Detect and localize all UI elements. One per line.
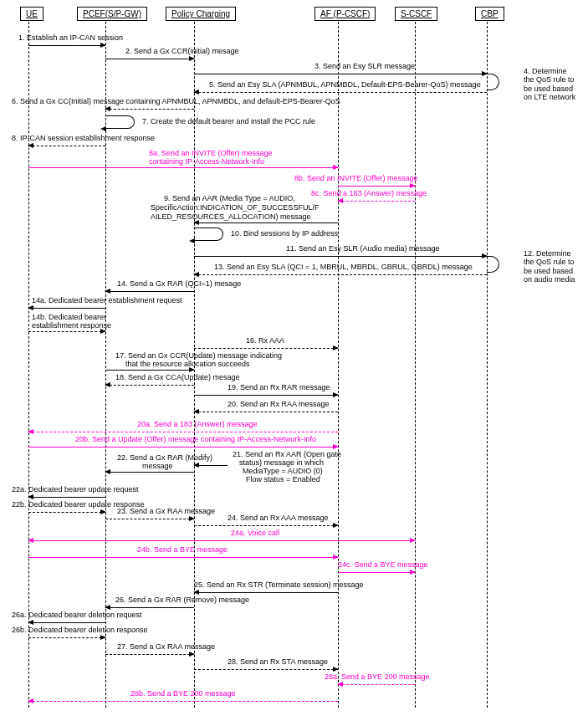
arrow-13 (194, 274, 487, 275)
msg-20a: 20a. Send a 183 (Answer) message (137, 420, 258, 428)
arrow-22b (28, 512, 105, 513)
msg-22-l1: 22. Send a Gx RAR (Modify) (117, 453, 212, 462)
msg-3: 3. Send an Esy SLR message (314, 62, 415, 70)
lifeline-scscf (415, 22, 416, 708)
msg-8b: 8b. Send an INVITE (Offer) message (294, 174, 417, 182)
msg-10: 10. Bind sessions by IP address (231, 229, 338, 238)
actor-cbp: CBP (475, 7, 504, 21)
msg-21-l1: 21. Send an Rx AAR (Open gate (233, 450, 341, 458)
msg-11: 11. Send an Esy SLR (Audio media) messag… (286, 244, 440, 253)
arrow-8 (28, 146, 105, 146)
lifeline-af (338, 22, 339, 708)
msg-4: 4. Determine the QoS rule to be used bas… (524, 67, 577, 101)
msg-28: 28. Send an Rx STA message (228, 657, 328, 666)
msg-21-l3: MediaType = AUDIO (0) (243, 467, 323, 475)
arrow-23 (105, 519, 194, 519)
msg-8a-l1: 8a. Send an INVITE (Offer) message (149, 149, 272, 157)
actor-af: AF (P-CSCF) (314, 7, 376, 21)
arrow-17 (105, 370, 194, 371)
arrow-24a (28, 540, 415, 541)
msg-22a: 22a. Dedicated bearer update request (12, 485, 139, 494)
msg-23: 23. Send a Gx RAA message (117, 507, 215, 515)
msg-21-l4: Flow status = Enabled (246, 475, 320, 483)
arrow-26b (28, 637, 105, 638)
msg-16: 16. Rx AAA (246, 336, 284, 345)
msg-8: 8. IP-CAN session establishment response (12, 134, 155, 142)
arrow-26 (105, 607, 194, 608)
actor-scscf: S-CSCF (395, 7, 437, 21)
arrow-3 (194, 74, 487, 74)
msg-1: 1. Establish an IP-CAN session (18, 33, 123, 42)
arrow-28b (28, 701, 338, 702)
msg-17-l1: 17. Send an Gx CCR(Update) message indic… (115, 351, 282, 360)
msg-26: 26. Send a Gx RAR (Remove) message (115, 596, 249, 604)
msg-28a: 28a. Send a BYE 200 message (325, 673, 430, 681)
msg-13: 13. Send an Esy SLA (QCI = 1, MBRUL, MBR… (214, 263, 473, 271)
msg-8c: 8c. Send a 183 (Answer) message (311, 189, 427, 197)
msg-9-l3: AILED_RESOURCES_ALLOCATION) message (151, 212, 310, 221)
msg-14b-l1: 14b. Dedicated bearer (32, 313, 106, 321)
msg-24b: 24b. Send a BYE message (137, 545, 228, 554)
arrow-24c (338, 572, 415, 573)
arrow-28a (338, 684, 415, 685)
msg-26a: 26a. Dedicated bearer deletion request (12, 611, 142, 619)
loop-7 (105, 115, 135, 129)
arrow-22a (28, 497, 105, 498)
arrow-11 (194, 256, 487, 257)
msg-27: 27. Send a Gx RAA message (117, 642, 215, 651)
arrow-14a (28, 308, 105, 309)
actor-ue: UE (20, 7, 43, 21)
arrow-20b (28, 447, 338, 448)
arrow-18 (105, 385, 194, 386)
msg-12: 12. Determine the QoS rule to be used ba… (524, 249, 577, 284)
arrow-25 (194, 592, 338, 593)
msg-24c: 24c. Send a BYE message (338, 560, 428, 569)
msg-21-l2: status) message in which (239, 458, 324, 467)
msg-26b: 26b. Dedicated bearer deletion response (12, 626, 148, 634)
arrow-14 (105, 291, 194, 292)
arrow-2 (105, 59, 194, 59)
msg-14a: 14a. Dedicated bearer establishment requ… (32, 296, 182, 304)
msg-17-l2: that the resource allocation succeeds (125, 360, 250, 368)
msg-8a-l2: containing IP-Access-Network-Info (149, 157, 264, 166)
actor-policy: Policy Charging (166, 7, 236, 21)
arrow-6 (105, 109, 194, 110)
arrow-22 (105, 472, 194, 473)
actor-pcef: PCEF(S/P-GW) (77, 7, 147, 21)
bump-4 (487, 74, 499, 90)
arrow-8a (28, 167, 338, 168)
arrow-24 (194, 525, 338, 526)
arrow-26a (28, 622, 105, 623)
arrow-8b (338, 186, 415, 187)
msg-2: 2. Send a Gx CCR(initial) mesage (125, 47, 239, 55)
arrow-9 (194, 222, 338, 223)
msg-9-l2: SpecificAction:INDICATION_OF_SUCCESSFUL/… (151, 203, 319, 212)
arrow-20 (194, 412, 338, 412)
arrow-16 (194, 348, 338, 349)
msg-6: 6. Send a Gx CC(Initial) message contain… (12, 97, 340, 105)
msg-25: 25. Send an Rx STR (Terminate session) m… (194, 580, 364, 589)
loop-10 (194, 228, 223, 241)
msg-20: 20. Send an Rx RAA message (228, 400, 330, 408)
msg-14: 14. Send a Gx RAR (QCI=1) mesage (117, 279, 241, 288)
msg-18: 18. Send a Gx CCA(Update) mesage (115, 373, 240, 381)
msg-22-l2: message (142, 462, 173, 470)
arrow-1 (28, 45, 105, 46)
arrow-5 (194, 92, 487, 93)
msg-9-l1: 9. Send an AAR (Media Type = AUDIO, (164, 194, 295, 202)
lifeline-ue (28, 22, 29, 708)
arrow-19 (194, 395, 338, 396)
arrow-20a (28, 432, 338, 432)
msg-24a: 24a. Voice call (231, 529, 279, 537)
msg-20b: 20b. Send a Update (Offer) message conta… (75, 435, 316, 443)
msg-28b: 28b. Send a BYE 200 message (130, 689, 236, 698)
msg-24: 24. Send an Rx AAA message (228, 514, 329, 522)
arrow-27 (105, 654, 194, 655)
lifeline-cbp (487, 22, 488, 708)
arrow-14b (28, 331, 105, 332)
msg-14b-l2: establishment response (32, 321, 111, 330)
arrow-21 (194, 465, 228, 466)
arrow-24b (28, 557, 338, 558)
bump-12 (487, 256, 499, 273)
msg-5: 5. Send an Esy SLA (APNMBUL, APNMBDL, De… (209, 80, 481, 89)
